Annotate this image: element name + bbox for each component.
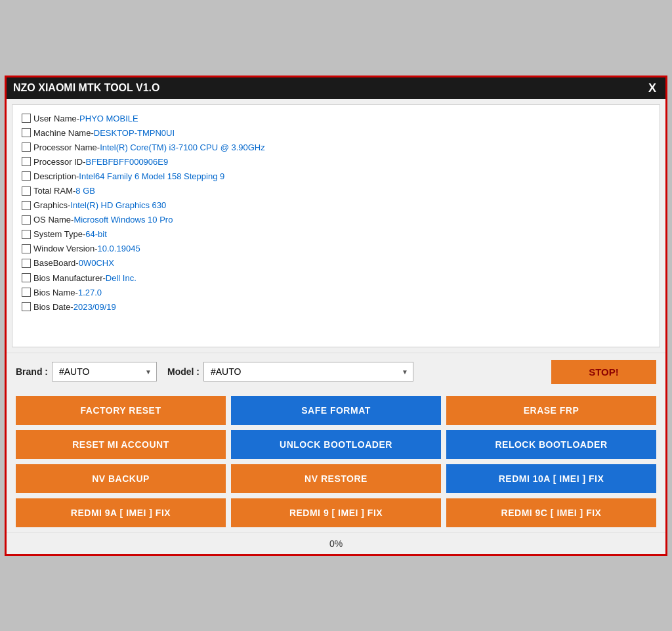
info-label: OS Name-	[33, 215, 74, 225]
brand-label: Brand :	[16, 366, 48, 377]
info-value: 2023/09/19	[74, 302, 116, 312]
checkbox-icon	[22, 186, 31, 196]
factory-reset-button[interactable]: FACTORY RESET	[16, 396, 226, 425]
info-label: Description-	[33, 171, 79, 181]
close-button[interactable]: X	[646, 81, 659, 95]
window-title: NZO XIAOMI MTK TOOL V1.O	[13, 82, 159, 94]
info-label: Bios Manufacturer-	[33, 273, 106, 283]
redmi-9-fix-button[interactable]: Redmi 9 [ imei ] Fix	[231, 498, 441, 527]
erase-frp-button[interactable]: ERASE FRP	[446, 396, 656, 425]
model-select-wrapper: #AUTO	[203, 362, 413, 381]
info-row: Graphics-Intel(R) HD Graphics 630	[22, 198, 650, 213]
info-value: PHYO MOBILE	[79, 114, 138, 123]
info-label: Total RAM-	[33, 186, 75, 196]
brand-select[interactable]: #AUTO	[52, 362, 157, 381]
info-label: User Name-	[33, 114, 79, 123]
checkbox-icon	[22, 157, 31, 166]
redmi-10a-fix-button[interactable]: Redmi 10A [ imei ] Fix	[446, 464, 656, 493]
info-value: 64-bit	[85, 229, 107, 239]
model-label: Model :	[167, 366, 200, 377]
title-bar: NZO XIAOMI MTK TOOL V1.O X	[7, 77, 665, 99]
checkbox-icon	[22, 142, 31, 152]
nv-restore-button[interactable]: NV RESTORE	[231, 464, 441, 493]
checkbox-icon	[22, 201, 31, 210]
info-row: System Type-64-bit	[22, 227, 650, 242]
info-value: Microsoft Windows 10 Pro	[74, 215, 173, 225]
info-label: System Type-	[33, 229, 85, 239]
main-window: NZO XIAOMI MTK TOOL V1.O X User Name-PHY…	[5, 76, 667, 556]
info-label: Machine Name-	[33, 128, 94, 138]
unlock-bootloader-button[interactable]: UNLOCK BOOTLOADER	[231, 430, 441, 459]
action-buttons-grid: FACTORY RESETSAFE FORMATERASE FRPRESET M…	[7, 391, 665, 533]
info-value: 0W0CHX	[79, 258, 114, 268]
progress-text: 0%	[329, 538, 343, 549]
info-label: Bios Date-	[33, 302, 74, 312]
checkbox-icon	[22, 259, 31, 268]
checkbox-icon	[22, 273, 31, 282]
info-label: Window Version-	[33, 244, 98, 253]
info-label: BaseBoard-	[33, 258, 79, 268]
stop-button[interactable]: STOP!	[551, 360, 656, 384]
redmi-9c-fix-button[interactable]: Redmi 9C [ imei ] Fix	[446, 498, 656, 527]
safe-format-button[interactable]: SAFE FORMAT	[231, 396, 441, 425]
info-row: BaseBoard-0W0CHX	[22, 256, 650, 271]
info-label: Processor Name-	[33, 142, 100, 152]
checkbox-icon	[22, 302, 31, 311]
info-row: Processor ID-BFEBFBFF000906E9	[22, 155, 650, 169]
redmi-9a-fix-button[interactable]: Redmi 9A [ imei ] Fix	[16, 498, 226, 527]
checkbox-icon	[22, 244, 31, 253]
reset-mi-account-button[interactable]: RESET MI ACCOUNT	[16, 430, 226, 459]
info-value: 10.0.19045	[98, 244, 140, 253]
checkbox-icon	[22, 288, 31, 297]
selectors-row: Brand : #AUTO Model : #AUTO STOP!	[7, 353, 665, 391]
info-row: Bios Date-2023/09/19	[22, 300, 650, 315]
brand-selector-group: Brand : #AUTO	[16, 362, 157, 381]
info-row: Bios Manufacturer-Dell Inc.	[22, 271, 650, 286]
model-selector-group: Model : #AUTO	[167, 362, 413, 381]
checkbox-icon	[22, 128, 31, 137]
info-value: DESKTOP-TMPN0UI	[94, 128, 175, 138]
info-row: Window Version-10.0.19045	[22, 242, 650, 256]
info-value: BFEBFBFF000906E9	[85, 157, 168, 167]
checkbox-icon	[22, 114, 31, 123]
info-row: Total RAM-8 GB	[22, 184, 650, 198]
info-value: 1.27.0	[78, 288, 102, 297]
checkbox-icon	[22, 230, 31, 239]
info-value: 8 GB	[75, 186, 95, 196]
info-row: OS Name-Microsoft Windows 10 Pro	[22, 213, 650, 227]
info-row: User Name-PHYO MOBILE	[22, 112, 650, 126]
info-label: Bios Name-	[33, 288, 78, 297]
system-info-panel: User Name-PHYO MOBILEMachine Name-DESKTO…	[12, 104, 660, 347]
brand-select-wrapper: #AUTO	[52, 362, 157, 381]
model-select[interactable]: #AUTO	[203, 362, 413, 381]
info-label: Graphics-	[33, 200, 70, 210]
info-row: Machine Name-DESKTOP-TMPN0UI	[22, 126, 650, 141]
info-value: Intel(R) Core(TM) i3-7100 CPU @ 3.90GHz	[100, 142, 265, 152]
info-value: Intel64 Family 6 Model 158 Stepping 9	[79, 171, 224, 181]
info-row: Description-Intel64 Family 6 Model 158 S…	[22, 169, 650, 184]
info-label: Processor ID-	[33, 157, 85, 167]
info-row: Processor Name-Intel(R) Core(TM) i3-7100…	[22, 141, 650, 155]
info-value: Dell Inc.	[106, 273, 136, 283]
checkbox-icon	[22, 215, 31, 225]
relock-bootloader-button[interactable]: RELOCK BOOTLOADER	[446, 430, 656, 459]
info-row: Bios Name-1.27.0	[22, 286, 650, 300]
progress-area: 0%	[7, 533, 665, 554]
nv-backup-button[interactable]: NV BACKUP	[16, 464, 226, 493]
checkbox-icon	[22, 171, 31, 181]
info-value: Intel(R) HD Graphics 630	[70, 200, 166, 210]
